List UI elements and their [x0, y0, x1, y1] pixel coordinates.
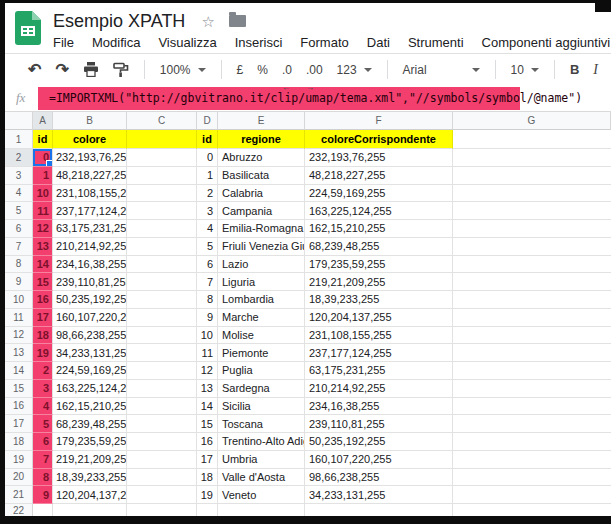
cell-g1[interactable] [453, 130, 611, 149]
column-header-f[interactable]: F [305, 112, 453, 130]
cell-a10[interactable]: 16 [33, 291, 53, 309]
cell-f2[interactable]: 232,193,76,255 [305, 149, 453, 167]
move-to-folder-icon[interactable] [229, 15, 246, 27]
cell-g3[interactable] [453, 167, 611, 185]
cell-e12[interactable]: Molise [218, 327, 305, 345]
cell-c7[interactable] [127, 238, 197, 256]
row-header-15[interactable]: 15 [5, 380, 33, 398]
cell-d15[interactable]: 13 [197, 380, 218, 398]
cell-f1[interactable]: coloreCorrispondente [305, 130, 453, 149]
cell-g16[interactable] [453, 398, 611, 416]
cell-f6[interactable]: 162,15,210,255 [305, 220, 453, 238]
cell-d5[interactable]: 3 [197, 202, 218, 220]
cell-g8[interactable] [453, 256, 611, 274]
star-icon[interactable]: ☆ [201, 14, 214, 29]
cell-g2[interactable] [453, 149, 611, 167]
cell-e1[interactable]: regione [218, 130, 305, 149]
row-header-3[interactable]: 3 [5, 167, 33, 185]
cell-a5[interactable]: 11 [33, 202, 53, 220]
cell-e20[interactable]: Valle d'Aosta [218, 469, 305, 487]
cell-c3[interactable] [127, 167, 197, 185]
cell-b9[interactable]: 239,110,81,255 [53, 273, 127, 291]
cell-c21[interactable] [127, 486, 197, 504]
cell-g19[interactable] [453, 451, 611, 469]
cell-a21[interactable]: 9 [33, 486, 53, 504]
cell-f10[interactable]: 18,39,233,255 [305, 291, 453, 309]
cell-a13[interactable]: 19 [33, 344, 53, 362]
cell-e22[interactable] [218, 504, 305, 518]
cell-e11[interactable]: Marche [218, 309, 305, 327]
cell-e14[interactable]: Puglia [218, 362, 305, 380]
italic-button[interactable]: I [593, 62, 598, 78]
formula-input[interactable]: =IMPORTXML("http://gbvitrano.it/clip/uma… [38, 87, 520, 110]
cell-f9[interactable]: 219,21,209,255 [305, 273, 453, 291]
cell-b6[interactable]: 63,175,231,255 [53, 220, 127, 238]
document-title[interactable]: Esempio XPATH [53, 11, 185, 32]
cell-c12[interactable] [127, 327, 197, 345]
cell-e15[interactable]: Sardegna [218, 380, 305, 398]
cell-b16[interactable]: 162,15,210,255 [53, 398, 127, 416]
row-header-22[interactable]: 22 [5, 504, 33, 518]
cell-a9[interactable]: 15 [33, 273, 53, 291]
menu-componenti-aggiuntivi[interactable]: Componenti aggiuntivi [473, 35, 611, 53]
cell-e4[interactable]: Calabria [218, 185, 305, 203]
cell-f22[interactable] [305, 504, 453, 518]
row-header-21[interactable]: 21 [5, 486, 33, 504]
cell-f19[interactable]: 160,107,220,255 [305, 451, 453, 469]
cell-f21[interactable]: 34,233,131,255 [305, 486, 453, 504]
cell-c6[interactable] [127, 220, 197, 238]
column-header-d[interactable]: D [197, 112, 218, 130]
cell-a7[interactable]: 13 [33, 238, 53, 256]
cell-b19[interactable]: 219,21,209,255 [53, 451, 127, 469]
cell-b22[interactable] [53, 504, 127, 518]
cell-c18[interactable] [127, 433, 197, 451]
row-header-2[interactable]: 2 [5, 149, 33, 167]
cell-c2[interactable] [127, 149, 197, 167]
cell-c8[interactable] [127, 256, 197, 274]
cell-g7[interactable] [453, 238, 611, 256]
cell-d10[interactable]: 8 [197, 291, 218, 309]
row-header-8[interactable]: 8 [5, 256, 33, 274]
cell-a20[interactable]: 8 [33, 469, 53, 487]
cell-d7[interactable]: 5 [197, 238, 218, 256]
row-header-17[interactable]: 17 [5, 415, 33, 433]
cell-g18[interactable] [453, 433, 611, 451]
cell-e3[interactable]: Basilicata [218, 167, 305, 185]
cell-f13[interactable]: 237,177,124,255 [305, 344, 453, 362]
row-header-11[interactable]: 11 [5, 309, 33, 327]
cell-g21[interactable] [453, 486, 611, 504]
format-percent-button[interactable]: % [257, 63, 268, 77]
cell-f3[interactable]: 48,218,227,255 [305, 167, 453, 185]
row-header-6[interactable]: 6 [5, 220, 33, 238]
cell-b5[interactable]: 237,177,124,255 [53, 202, 127, 220]
cell-b20[interactable]: 18,39,233,255 [53, 469, 127, 487]
cell-g13[interactable] [453, 344, 611, 362]
paint-format-icon[interactable] [113, 62, 129, 78]
cell-e10[interactable]: Lombardia [218, 291, 305, 309]
menu-file[interactable]: File [53, 35, 83, 53]
cell-g15[interactable] [453, 380, 611, 398]
cell-b4[interactable]: 231,108,155,255 [53, 185, 127, 203]
cell-b12[interactable]: 98,66,238,255 [53, 327, 127, 345]
menu-formato[interactable]: Formato [291, 35, 357, 53]
row-header-20[interactable]: 20 [5, 469, 33, 487]
cell-f11[interactable]: 120,204,137,255 [305, 309, 453, 327]
row-header-12[interactable]: 12 [5, 327, 33, 345]
cell-b1[interactable]: colore [53, 130, 127, 149]
cell-c16[interactable] [127, 398, 197, 416]
cell-d19[interactable]: 17 [197, 451, 218, 469]
cell-a1[interactable]: id [33, 130, 53, 149]
cell-d3[interactable]: 1 [197, 167, 218, 185]
cell-e13[interactable]: Piemonte [218, 344, 305, 362]
cell-f17[interactable]: 239,110,81,255 [305, 415, 453, 433]
undo-icon[interactable]: ↶ [28, 62, 41, 78]
cell-g14[interactable] [453, 362, 611, 380]
row-header-10[interactable]: 10 [5, 291, 33, 309]
column-header-c[interactable]: C [127, 112, 197, 130]
cell-c15[interactable] [127, 380, 197, 398]
cell-a8[interactable]: 14 [33, 256, 53, 274]
row-header-7[interactable]: 7 [5, 238, 33, 256]
cell-e21[interactable]: Veneto [218, 486, 305, 504]
font-size-select[interactable]: 10 [511, 63, 539, 77]
cell-b13[interactable]: 34,233,131,255 [53, 344, 127, 362]
